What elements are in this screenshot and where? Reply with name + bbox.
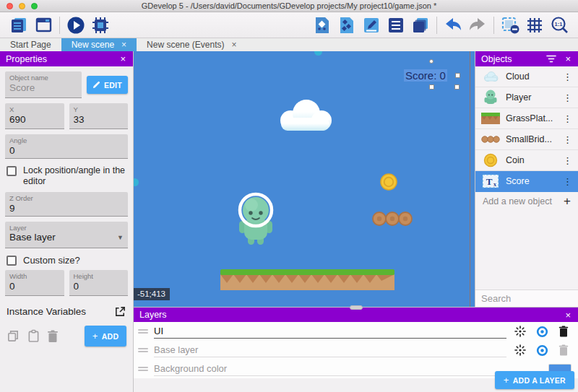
window-button[interactable] xyxy=(33,14,54,36)
selection-handle[interactable] xyxy=(455,73,460,78)
close-icon[interactable]: × xyxy=(564,310,572,321)
x-field: X xyxy=(5,103,64,129)
instances-list-button[interactable] xyxy=(385,14,407,36)
toolbar-group: 1:1 xyxy=(496,14,574,36)
open-in-new-icon[interactable] xyxy=(114,305,126,318)
object-row-grassplat-[interactable]: GrassPlat...⋮ xyxy=(475,108,578,129)
x-input[interactable] xyxy=(9,113,60,126)
object-row-player[interactable]: Player⋮ xyxy=(475,87,578,108)
add-layer-button[interactable]: + ADD A LAYER xyxy=(495,371,574,389)
eye-icon[interactable] xyxy=(534,326,551,338)
properties-panel: Properties × Object name EDIT X xyxy=(0,51,134,392)
player-instance[interactable] xyxy=(236,191,276,250)
selection-handle[interactable] xyxy=(429,59,434,64)
kebab-menu-icon[interactable]: ⋮ xyxy=(560,134,575,145)
height-input[interactable] xyxy=(74,280,124,292)
trash-icon[interactable] xyxy=(47,330,59,343)
small-bridge-instance[interactable] xyxy=(371,211,413,229)
kebab-menu-icon[interactable]: ⋮ xyxy=(560,113,575,124)
eye-icon[interactable] xyxy=(534,344,551,357)
kebab-menu-icon[interactable]: ⋮ xyxy=(560,92,575,103)
lock-position-checkbox[interactable] xyxy=(7,166,17,176)
redo-button[interactable] xyxy=(467,14,488,36)
objects-title: Objects xyxy=(481,54,512,64)
drag-handle-icon[interactable] xyxy=(138,367,148,371)
objects-editor-icon xyxy=(313,16,332,35)
object-groups-button[interactable] xyxy=(336,14,358,36)
layers-editor-button[interactable] xyxy=(410,14,431,36)
tab-new-scene[interactable]: New scene× xyxy=(61,38,137,51)
grid-button[interactable] xyxy=(524,14,545,36)
angle-input[interactable] xyxy=(9,144,124,157)
properties-header: Properties × xyxy=(0,51,133,66)
add-new-object-row[interactable]: Add a new object+ xyxy=(475,192,578,211)
layer-dropdown[interactable]: Layer Base layer ▼ xyxy=(5,222,128,248)
zoom-1-1-button[interactable]: 1:1 xyxy=(548,14,570,36)
maximize-window-button[interactable] xyxy=(31,3,38,9)
zorder-input[interactable] xyxy=(9,202,124,214)
tab-start-page[interactable]: Start Page xyxy=(0,38,61,51)
minimize-window-button[interactable] xyxy=(19,3,25,9)
chevron-down-icon: ▼ xyxy=(117,234,124,241)
filter-icon[interactable] xyxy=(546,55,556,63)
add-object-plus-icon[interactable]: + xyxy=(564,194,571,209)
layer-name-input[interactable] xyxy=(154,362,543,376)
drag-handle-icon[interactable] xyxy=(138,348,148,352)
mask-button[interactable] xyxy=(499,14,521,36)
kebab-menu-icon[interactable]: ⋮ xyxy=(560,155,575,166)
close-icon[interactable]: × xyxy=(564,53,572,64)
trash-icon[interactable] xyxy=(556,326,571,337)
project-manager-button[interactable] xyxy=(8,14,30,36)
object-row-smallbrid-[interactable]: SmallBrid...⋮ xyxy=(475,129,578,150)
score-text-instance[interactable]: Score: 0 xyxy=(404,69,447,82)
edit-object-button[interactable]: EDIT xyxy=(87,76,128,94)
layer-name-input[interactable] xyxy=(154,343,506,357)
debug-button[interactable] xyxy=(90,14,111,36)
panel-drag-handle[interactable] xyxy=(350,305,363,310)
layer-label: Layer xyxy=(9,224,124,232)
close-window-button[interactable] xyxy=(7,3,13,9)
scene-canvas[interactable]: Score: 0 xyxy=(134,51,475,307)
y-input[interactable] xyxy=(74,113,124,126)
objects-editor-button[interactable] xyxy=(311,14,333,36)
close-icon[interactable]: × xyxy=(121,40,126,50)
kebab-menu-icon[interactable]: ⋮ xyxy=(560,71,575,82)
effects-icon[interactable] xyxy=(512,344,528,356)
svg-text:T: T xyxy=(486,176,493,187)
layer-name-input[interactable] xyxy=(154,324,506,339)
selection-handle[interactable] xyxy=(454,84,460,90)
trash-icon[interactable] xyxy=(556,344,571,356)
toolbar-group xyxy=(4,14,58,36)
svg-text:1:1: 1:1 xyxy=(554,21,562,27)
object-name-input[interactable] xyxy=(9,82,77,94)
undo-button[interactable] xyxy=(442,14,464,36)
cloud-instance[interactable] xyxy=(272,96,339,136)
play-button[interactable] xyxy=(65,14,87,36)
panel-resize-handle[interactable] xyxy=(314,51,322,56)
kebab-menu-icon[interactable]: ⋮ xyxy=(560,176,575,187)
object-row-cloud[interactable]: Cloud⋮ xyxy=(475,66,578,87)
angle-field: Angle xyxy=(5,134,128,159)
copy-icon[interactable] xyxy=(7,329,20,343)
tab-new-scene-events-[interactable]: New scene (Events)× xyxy=(137,38,246,51)
search-input[interactable] xyxy=(481,293,578,304)
effects-icon[interactable] xyxy=(512,326,528,337)
layer-row-base-layer xyxy=(134,341,578,360)
layers-editor-icon xyxy=(411,16,430,35)
drag-handle-icon[interactable] xyxy=(138,329,148,334)
paste-icon[interactable] xyxy=(27,329,40,343)
coin-instance[interactable] xyxy=(379,173,398,193)
edit-scene-button[interactable] xyxy=(361,14,382,36)
project-manager-icon xyxy=(10,16,28,34)
close-icon[interactable]: × xyxy=(231,40,236,50)
add-variable-button[interactable]: + ADD xyxy=(85,326,126,347)
panel-resize-handle[interactable] xyxy=(134,178,139,186)
close-icon[interactable]: × xyxy=(118,53,127,64)
object-row-coin[interactable]: Coin⋮ xyxy=(475,150,578,171)
height-field: Height xyxy=(69,270,129,296)
grass-platform-instance[interactable] xyxy=(220,269,394,292)
object-row-score[interactable]: TxScore⋮ xyxy=(475,171,578,192)
custom-size-checkbox[interactable] xyxy=(7,256,17,266)
selection-handle[interactable] xyxy=(429,84,434,90)
width-input[interactable] xyxy=(9,280,60,292)
